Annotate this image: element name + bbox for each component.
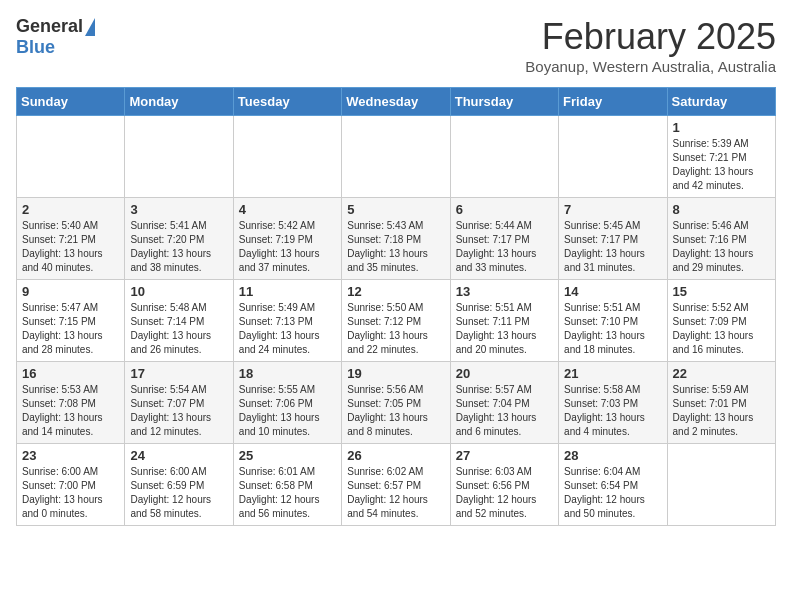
day-number: 16 <box>22 366 119 381</box>
logo-blue-text: Blue <box>16 37 55 58</box>
calendar-cell <box>233 116 341 198</box>
day-info: Sunrise: 5:51 AM Sunset: 7:10 PM Dayligh… <box>564 301 661 357</box>
day-info: Sunrise: 5:44 AM Sunset: 7:17 PM Dayligh… <box>456 219 553 275</box>
calendar-cell: 21Sunrise: 5:58 AM Sunset: 7:03 PM Dayli… <box>559 362 667 444</box>
calendar-cell: 20Sunrise: 5:57 AM Sunset: 7:04 PM Dayli… <box>450 362 558 444</box>
day-info: Sunrise: 5:56 AM Sunset: 7:05 PM Dayligh… <box>347 383 444 439</box>
calendar-cell <box>450 116 558 198</box>
calendar-cell: 9Sunrise: 5:47 AM Sunset: 7:15 PM Daylig… <box>17 280 125 362</box>
day-number: 11 <box>239 284 336 299</box>
day-number: 8 <box>673 202 770 217</box>
day-info: Sunrise: 6:04 AM Sunset: 6:54 PM Dayligh… <box>564 465 661 521</box>
logo: General Blue <box>16 16 95 58</box>
calendar-cell: 16Sunrise: 5:53 AM Sunset: 7:08 PM Dayli… <box>17 362 125 444</box>
day-info: Sunrise: 5:42 AM Sunset: 7:19 PM Dayligh… <box>239 219 336 275</box>
day-number: 20 <box>456 366 553 381</box>
day-info: Sunrise: 6:00 AM Sunset: 6:59 PM Dayligh… <box>130 465 227 521</box>
day-number: 25 <box>239 448 336 463</box>
day-info: Sunrise: 6:00 AM Sunset: 7:00 PM Dayligh… <box>22 465 119 521</box>
calendar-cell: 10Sunrise: 5:48 AM Sunset: 7:14 PM Dayli… <box>125 280 233 362</box>
calendar-week-row: 9Sunrise: 5:47 AM Sunset: 7:15 PM Daylig… <box>17 280 776 362</box>
calendar-week-row: 2Sunrise: 5:40 AM Sunset: 7:21 PM Daylig… <box>17 198 776 280</box>
calendar-cell: 27Sunrise: 6:03 AM Sunset: 6:56 PM Dayli… <box>450 444 558 526</box>
calendar-cell: 1Sunrise: 5:39 AM Sunset: 7:21 PM Daylig… <box>667 116 775 198</box>
weekday-header-monday: Monday <box>125 88 233 116</box>
day-info: Sunrise: 5:46 AM Sunset: 7:16 PM Dayligh… <box>673 219 770 275</box>
day-number: 28 <box>564 448 661 463</box>
day-number: 10 <box>130 284 227 299</box>
location-title: Boyanup, Western Australia, Australia <box>525 58 776 75</box>
calendar-cell: 17Sunrise: 5:54 AM Sunset: 7:07 PM Dayli… <box>125 362 233 444</box>
day-number: 17 <box>130 366 227 381</box>
calendar-cell: 3Sunrise: 5:41 AM Sunset: 7:20 PM Daylig… <box>125 198 233 280</box>
calendar-cell: 14Sunrise: 5:51 AM Sunset: 7:10 PM Dayli… <box>559 280 667 362</box>
day-number: 12 <box>347 284 444 299</box>
calendar-cell: 6Sunrise: 5:44 AM Sunset: 7:17 PM Daylig… <box>450 198 558 280</box>
calendar-cell <box>559 116 667 198</box>
calendar-week-row: 1Sunrise: 5:39 AM Sunset: 7:21 PM Daylig… <box>17 116 776 198</box>
day-number: 22 <box>673 366 770 381</box>
day-number: 9 <box>22 284 119 299</box>
calendar-cell: 7Sunrise: 5:45 AM Sunset: 7:17 PM Daylig… <box>559 198 667 280</box>
weekday-header-sunday: Sunday <box>17 88 125 116</box>
day-number: 19 <box>347 366 444 381</box>
day-number: 5 <box>347 202 444 217</box>
calendar-cell <box>17 116 125 198</box>
calendar-week-row: 16Sunrise: 5:53 AM Sunset: 7:08 PM Dayli… <box>17 362 776 444</box>
day-info: Sunrise: 5:49 AM Sunset: 7:13 PM Dayligh… <box>239 301 336 357</box>
calendar-cell: 23Sunrise: 6:00 AM Sunset: 7:00 PM Dayli… <box>17 444 125 526</box>
day-info: Sunrise: 5:55 AM Sunset: 7:06 PM Dayligh… <box>239 383 336 439</box>
calendar-cell: 15Sunrise: 5:52 AM Sunset: 7:09 PM Dayli… <box>667 280 775 362</box>
logo-general-text: General <box>16 16 83 37</box>
day-info: Sunrise: 5:40 AM Sunset: 7:21 PM Dayligh… <box>22 219 119 275</box>
day-info: Sunrise: 5:41 AM Sunset: 7:20 PM Dayligh… <box>130 219 227 275</box>
calendar-cell: 28Sunrise: 6:04 AM Sunset: 6:54 PM Dayli… <box>559 444 667 526</box>
day-number: 21 <box>564 366 661 381</box>
day-number: 13 <box>456 284 553 299</box>
day-number: 2 <box>22 202 119 217</box>
day-number: 4 <box>239 202 336 217</box>
weekday-header-friday: Friday <box>559 88 667 116</box>
weekday-header-wednesday: Wednesday <box>342 88 450 116</box>
day-info: Sunrise: 5:39 AM Sunset: 7:21 PM Dayligh… <box>673 137 770 193</box>
weekday-header-thursday: Thursday <box>450 88 558 116</box>
day-info: Sunrise: 5:54 AM Sunset: 7:07 PM Dayligh… <box>130 383 227 439</box>
calendar-cell: 11Sunrise: 5:49 AM Sunset: 7:13 PM Dayli… <box>233 280 341 362</box>
calendar-cell: 25Sunrise: 6:01 AM Sunset: 6:58 PM Dayli… <box>233 444 341 526</box>
calendar-cell: 24Sunrise: 6:00 AM Sunset: 6:59 PM Dayli… <box>125 444 233 526</box>
calendar-table: SundayMondayTuesdayWednesdayThursdayFrid… <box>16 87 776 526</box>
calendar-cell: 13Sunrise: 5:51 AM Sunset: 7:11 PM Dayli… <box>450 280 558 362</box>
day-number: 18 <box>239 366 336 381</box>
calendar-cell: 26Sunrise: 6:02 AM Sunset: 6:57 PM Dayli… <box>342 444 450 526</box>
calendar-week-row: 23Sunrise: 6:00 AM Sunset: 7:00 PM Dayli… <box>17 444 776 526</box>
calendar-cell: 18Sunrise: 5:55 AM Sunset: 7:06 PM Dayli… <box>233 362 341 444</box>
calendar-cell: 12Sunrise: 5:50 AM Sunset: 7:12 PM Dayli… <box>342 280 450 362</box>
day-info: Sunrise: 5:43 AM Sunset: 7:18 PM Dayligh… <box>347 219 444 275</box>
calendar-cell <box>667 444 775 526</box>
day-info: Sunrise: 5:51 AM Sunset: 7:11 PM Dayligh… <box>456 301 553 357</box>
calendar-cell: 19Sunrise: 5:56 AM Sunset: 7:05 PM Dayli… <box>342 362 450 444</box>
day-info: Sunrise: 5:52 AM Sunset: 7:09 PM Dayligh… <box>673 301 770 357</box>
day-info: Sunrise: 5:50 AM Sunset: 7:12 PM Dayligh… <box>347 301 444 357</box>
weekday-header-saturday: Saturday <box>667 88 775 116</box>
calendar-cell: 2Sunrise: 5:40 AM Sunset: 7:21 PM Daylig… <box>17 198 125 280</box>
day-info: Sunrise: 5:47 AM Sunset: 7:15 PM Dayligh… <box>22 301 119 357</box>
day-number: 15 <box>673 284 770 299</box>
day-number: 26 <box>347 448 444 463</box>
calendar-cell <box>125 116 233 198</box>
day-number: 7 <box>564 202 661 217</box>
calendar-cell: 5Sunrise: 5:43 AM Sunset: 7:18 PM Daylig… <box>342 198 450 280</box>
day-info: Sunrise: 5:53 AM Sunset: 7:08 PM Dayligh… <box>22 383 119 439</box>
page-header: General Blue February 2025 Boyanup, West… <box>16 16 776 75</box>
day-number: 3 <box>130 202 227 217</box>
calendar-cell: 22Sunrise: 5:59 AM Sunset: 7:01 PM Dayli… <box>667 362 775 444</box>
calendar-cell <box>342 116 450 198</box>
day-info: Sunrise: 6:01 AM Sunset: 6:58 PM Dayligh… <box>239 465 336 521</box>
weekday-header-tuesday: Tuesday <box>233 88 341 116</box>
day-info: Sunrise: 5:45 AM Sunset: 7:17 PM Dayligh… <box>564 219 661 275</box>
day-info: Sunrise: 5:57 AM Sunset: 7:04 PM Dayligh… <box>456 383 553 439</box>
day-number: 6 <box>456 202 553 217</box>
day-info: Sunrise: 6:02 AM Sunset: 6:57 PM Dayligh… <box>347 465 444 521</box>
month-title: February 2025 <box>525 16 776 58</box>
day-info: Sunrise: 5:58 AM Sunset: 7:03 PM Dayligh… <box>564 383 661 439</box>
